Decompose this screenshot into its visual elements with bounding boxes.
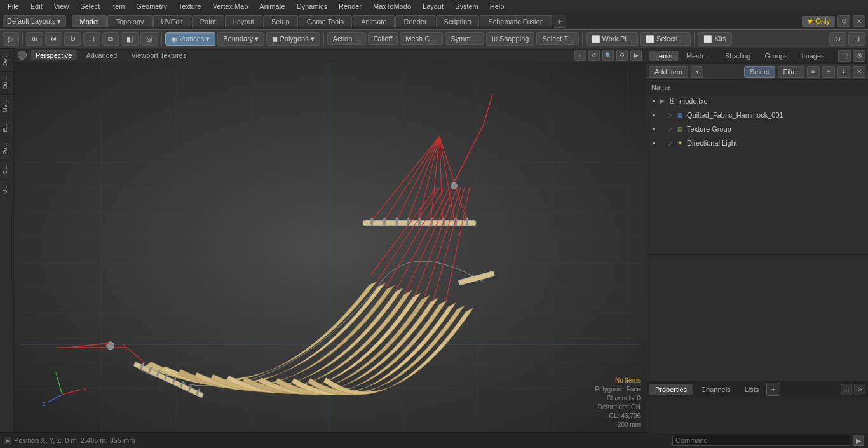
selecti-button[interactable]: ⬜ Selecti ...	[640, 32, 691, 46]
bottom-tab-channels[interactable]: Channels	[695, 384, 736, 395]
snap-icon[interactable]: ◧	[121, 32, 139, 46]
item-eye-mesh[interactable]: ●	[649, 110, 659, 120]
paint-icon[interactable]: ◎	[140, 32, 158, 46]
vertices-button[interactable]: ◉ Vertices ▾	[165, 32, 215, 46]
viewport-rotate-icon[interactable]: ↺	[588, 50, 600, 61]
item-row-mesh[interactable]: ● ▷ ▦ Quilted_Fabric_Hammock_001	[646, 108, 868, 122]
transform-icon[interactable]: ⊕	[26, 32, 43, 46]
add-tab-button[interactable]: +	[553, 15, 567, 28]
viewport-expand-icon[interactable]: ▶	[630, 50, 642, 61]
item-row-light[interactable]: ● ▷ ☀ Directional Light	[646, 136, 868, 150]
close-layout-icon[interactable]: ✕	[853, 15, 865, 27]
menu-dynamics[interactable]: Dynamics	[292, 1, 332, 11]
tab-scripting[interactable]: Scripting	[436, 15, 480, 27]
menu-vertex-map[interactable]: Vertex Map	[208, 1, 254, 11]
bottom-tab-lists[interactable]: Lists	[738, 384, 766, 395]
vp-tab-viewport-textures[interactable]: Viewport Textures	[126, 50, 191, 60]
bottom-expand-icon[interactable]: ⬚	[841, 384, 852, 395]
command-input[interactable]	[672, 435, 850, 446]
right-panel-expand-icon[interactable]: ⬚	[838, 50, 851, 62]
menu-file[interactable]: File	[3, 1, 24, 11]
item-expand-root[interactable]: ▶	[660, 98, 668, 104]
vp-tab-advanced[interactable]: Advanced	[81, 50, 122, 60]
viewport-canvas[interactable]: X Y Z No Items Polygons : Face Channels:…	[14, 62, 646, 432]
tab-layout[interactable]: Layout	[225, 15, 262, 27]
viewport-settings-icon[interactable]: ⚙	[616, 50, 628, 61]
work-pl-button[interactable]: ⬜ Work Pl...	[586, 32, 639, 46]
right-tab-mesh[interactable]: Mesh ...	[680, 51, 717, 61]
boundary-button[interactable]: Boundary ▾	[217, 32, 264, 46]
filter-button[interactable]: Filter	[778, 66, 804, 78]
menu-select[interactable]: Select	[75, 1, 105, 11]
menu-system[interactable]: System	[450, 1, 484, 11]
right-tab-groups[interactable]: Groups	[758, 51, 794, 61]
bottom-settings-icon[interactable]: ⚙	[854, 384, 865, 395]
item-eye-light[interactable]: ●	[649, 138, 659, 148]
item-expand-light[interactable]: ▷	[668, 140, 675, 146]
sidebar-tab-po[interactable]: Po...	[0, 137, 13, 160]
transform2-icon[interactable]: ⊗	[45, 32, 62, 46]
star-only-button[interactable]: ★ Only	[802, 16, 835, 27]
menu-geometry[interactable]: Geometry	[131, 1, 172, 11]
symm-button[interactable]: Symm ...	[445, 32, 484, 45]
layout-dropdown[interactable]: Default Layouts ▾	[3, 15, 66, 27]
sidebar-tab-me[interactable]: Me...	[0, 94, 13, 118]
item-expand-texture[interactable]: ▷	[668, 126, 675, 132]
menu-item[interactable]: Item	[106, 1, 130, 11]
menu-animate[interactable]: Animate	[254, 1, 290, 11]
viewport-menu-dot[interactable]	[18, 51, 27, 60]
settings-icon[interactable]: ⚙	[837, 15, 850, 27]
item-row-texture-group[interactable]: ● ▷ ▤ Texture Group	[646, 122, 868, 136]
items-add-icon[interactable]: +	[822, 66, 835, 78]
mesh-c-button[interactable]: Mesh C ...	[400, 32, 443, 45]
sidebar-tab-de[interactable]: De...	[0, 48, 13, 71]
menu-render[interactable]: Render	[334, 1, 367, 11]
right-tab-items[interactable]: Items	[649, 51, 679, 61]
kits-button[interactable]: ⬜ Kits	[698, 32, 731, 46]
select-t-button[interactable]: Select T...	[536, 32, 578, 45]
items-remove-icon[interactable]: ✕	[853, 66, 865, 78]
menu-view[interactable]: View	[49, 1, 74, 11]
menu-help[interactable]: Help	[485, 1, 510, 11]
command-go-button[interactable]: ▶	[853, 435, 864, 446]
menu-layout[interactable]: Layout	[417, 1, 449, 11]
right-tab-shading[interactable]: Shading	[719, 51, 757, 61]
sidebar-tab-uv[interactable]: U...	[0, 179, 13, 199]
tab-setup[interactable]: Setup	[263, 15, 298, 27]
tab-animate[interactable]: Animate	[353, 15, 395, 27]
tab-uvedit[interactable]: UVEdit	[153, 15, 191, 27]
sidebar-tab-e[interactable]: E...	[0, 118, 13, 137]
tab-render[interactable]: Render	[395, 15, 435, 27]
polygons-button[interactable]: ◼ Polygons ▾	[266, 32, 320, 46]
snapping-button[interactable]: ⊞ Snapping	[486, 32, 535, 46]
item-row-root[interactable]: ● ▶ 🗄 modo.lxo	[646, 94, 868, 108]
viewport-layout-icon[interactable]: ⊙	[829, 32, 846, 46]
add-item-button[interactable]: Add Item	[649, 66, 688, 78]
tab-schematic-fusion[interactable]: Schematic Fusion	[480, 15, 552, 27]
tab-topology[interactable]: Topology	[107, 15, 152, 27]
item-eye-texture[interactable]: ●	[649, 124, 659, 134]
sidebar-tab-c[interactable]: C...	[0, 160, 13, 179]
items-download-icon[interactable]: ⭳	[837, 66, 850, 78]
sidebar-tab-du[interactable]: Du...	[0, 71, 13, 94]
status-arrow-icon[interactable]: ▶	[4, 437, 11, 444]
right-tab-images[interactable]: Images	[795, 51, 831, 61]
right-panel-settings-icon[interactable]: ⚙	[853, 50, 865, 62]
item-eye-root[interactable]: ●	[649, 96, 659, 106]
select-button[interactable]: Select	[744, 66, 775, 78]
bottom-tab-add[interactable]: +	[766, 383, 780, 396]
element-move-icon[interactable]: ⧉	[102, 32, 119, 46]
tab-game-tools[interactable]: Game Tools	[299, 15, 353, 27]
tab-paint[interactable]: Paint	[192, 15, 224, 27]
select-mode-icon[interactable]: ▷	[3, 32, 19, 46]
item-expand-mesh[interactable]: ▷	[668, 112, 675, 118]
tab-model[interactable]: Model	[72, 15, 107, 27]
add-item-dropdown-icon[interactable]: ▾	[691, 66, 703, 78]
menu-edit[interactable]: Edit	[25, 1, 48, 11]
viewport-home-icon[interactable]: ⌂	[574, 50, 586, 61]
action-button[interactable]: Action ...	[327, 32, 366, 45]
rotate-icon[interactable]: ↻	[64, 32, 81, 46]
bottom-tab-properties[interactable]: Properties	[649, 384, 693, 395]
viewport-zoom-icon[interactable]: 🔍	[602, 50, 614, 61]
menu-texture[interactable]: Texture	[173, 1, 207, 11]
